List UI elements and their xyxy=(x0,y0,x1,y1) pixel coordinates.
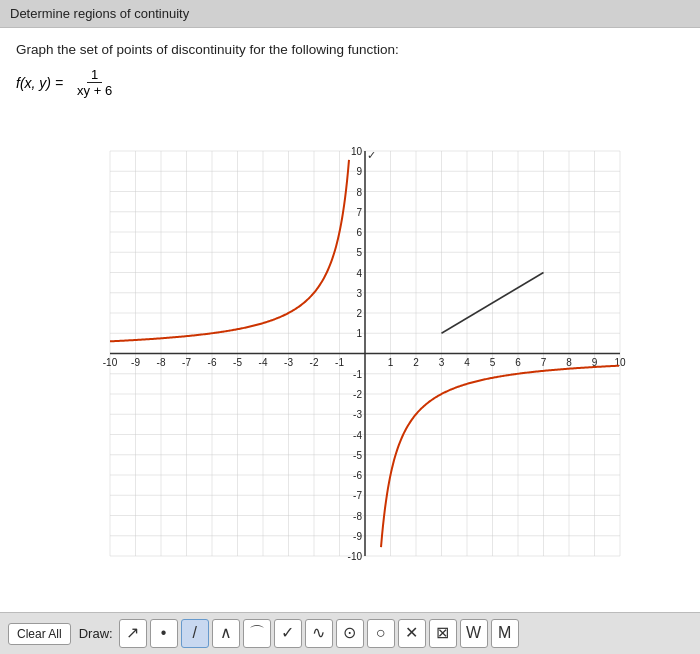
numerator: 1 xyxy=(87,67,102,83)
cross-box-tool[interactable]: ⊠ xyxy=(429,619,457,647)
arc-tool[interactable]: ⌒ xyxy=(243,619,271,647)
peak-tool[interactable]: ∧ xyxy=(212,619,240,647)
slash-tool[interactable]: / xyxy=(181,619,209,647)
times-tool[interactable]: ✕ xyxy=(398,619,426,647)
arrow-tool[interactable]: ↗ xyxy=(119,619,147,647)
denominator: xy + 6 xyxy=(73,83,116,98)
dot-tool[interactable]: • xyxy=(150,619,178,647)
content-area: Graph the set of points of discontinuity… xyxy=(0,28,700,612)
function-label: f(x, y) = xyxy=(16,75,63,91)
fraction: 1 xy + 6 xyxy=(73,67,116,98)
clear-all-button[interactable]: Clear All xyxy=(8,623,71,645)
main-container: Determine regions of continuity Graph th… xyxy=(0,0,700,654)
check-tool[interactable]: ✓ xyxy=(274,619,302,647)
title-bar: Determine regions of continuity xyxy=(0,0,700,28)
toolbar: Clear All Draw: ↗•/∧⌒✓∿⊙○✕⊠WM xyxy=(0,612,700,654)
circle-open-tool[interactable]: ○ xyxy=(367,619,395,647)
wave-tool[interactable]: ∿ xyxy=(305,619,333,647)
circle-dot-tool[interactable]: ⊙ xyxy=(336,619,364,647)
draw-label: Draw: xyxy=(79,626,113,641)
m-shape-tool[interactable]: M xyxy=(491,619,519,647)
graph-area xyxy=(16,108,684,604)
function-line: f(x, y) = 1 xy + 6 xyxy=(16,67,684,98)
tool-buttons-container: ↗•/∧⌒✓∿⊙○✕⊠WM xyxy=(119,619,519,647)
w-shape-tool[interactable]: W xyxy=(460,619,488,647)
page-title: Determine regions of continuity xyxy=(10,6,189,21)
problem-statement: Graph the set of points of discontinuity… xyxy=(16,42,684,57)
graph-canvas[interactable] xyxy=(60,136,640,576)
